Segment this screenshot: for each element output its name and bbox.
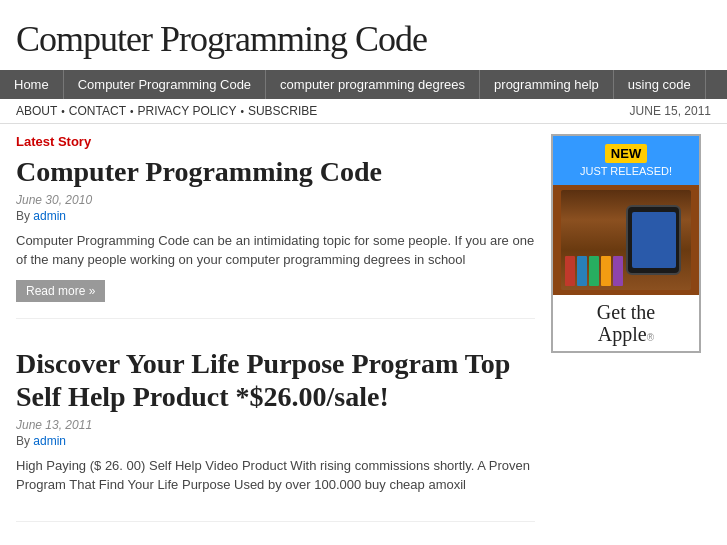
ad-image-area[interactable] [553,185,699,295]
sub-nav-links: ABOUT • CONTACT • PRIVACY POLICY • SUBSC… [16,104,317,118]
ad-trademark: ® [647,332,654,343]
nav-bar: HomeComputer Programming Codecomputer pr… [0,70,727,99]
article-2-excerpt: High Paying ($ 26. 00) Self Help Video P… [16,456,535,495]
sub-nav-link-contact[interactable]: CONTACT [69,104,126,118]
article-2-title[interactable]: Discover Your Life Purpose Program Top S… [16,347,535,414]
ad-ipad-screen [632,212,676,268]
read-more-button-1[interactable]: Read more » [16,280,105,302]
article-1-by: By admin [16,209,535,223]
ad-book-3 [589,256,599,286]
latest-story-label: Latest Story [16,134,535,149]
nav-item-computer-programming-code[interactable]: Computer Programming Code [64,70,266,99]
article-2-by: By admin [16,434,535,448]
nav-item-computer-programming-degrees[interactable]: computer programming degrees [266,70,480,99]
ad-book-4 [601,256,611,286]
nav-item-home[interactable]: Home [0,70,64,99]
sub-nav-separator: • [61,106,65,117]
article-1-excerpt: Computer Programming Code can be an inti… [16,231,535,270]
ad-books [565,256,623,286]
sub-nav-link-privacy-policy[interactable]: PRIVACY POLICY [137,104,236,118]
ad-new-badge: NEW [605,144,647,163]
article-1-author[interactable]: admin [33,209,66,223]
ad-bottom: Get theApple® [553,295,699,351]
article-1: Computer Programming Code June 30, 2010 … [16,155,535,319]
nav-item-programming-help[interactable]: programming help [480,70,614,99]
sub-nav-separator: • [130,106,134,117]
ad-bookshelf [561,190,691,290]
article-2: Discover Your Life Purpose Program Top S… [16,347,535,522]
article-2-author[interactable]: admin [33,434,66,448]
ad-book-2 [577,256,587,286]
content-area: Latest Story Computer Programming Code J… [16,134,535,545]
ad-book-1 [565,256,575,286]
main-container: Latest Story Computer Programming Code J… [0,124,727,545]
article-1-title[interactable]: Computer Programming Code [16,155,535,189]
sidebar-ad: NEW JUST RELEASED! [551,134,701,353]
article-1-date: June 30, 2010 [16,193,535,207]
sub-nav-link-subscribe[interactable]: SUBSCRIBE [248,104,317,118]
sub-nav-date: JUNE 15, 2011 [630,104,711,118]
ad-just-released: JUST RELEASED! [559,165,693,177]
ad-get-text: Get theApple® [559,301,693,345]
sub-nav: ABOUT • CONTACT • PRIVACY POLICY • SUBSC… [0,99,727,124]
sub-nav-separator: • [240,106,244,117]
ad-book-5 [613,256,623,286]
site-header: Computer Programming Code [0,0,727,70]
sub-nav-link-about[interactable]: ABOUT [16,104,57,118]
sidebar: NEW JUST RELEASED! [551,134,711,545]
site-title[interactable]: Computer Programming Code [16,18,711,60]
ad-banner: NEW JUST RELEASED! [553,136,699,185]
nav-item-using-code[interactable]: using code [614,70,706,99]
ad-ipad [626,205,681,275]
article-2-date: June 13, 2011 [16,418,535,432]
